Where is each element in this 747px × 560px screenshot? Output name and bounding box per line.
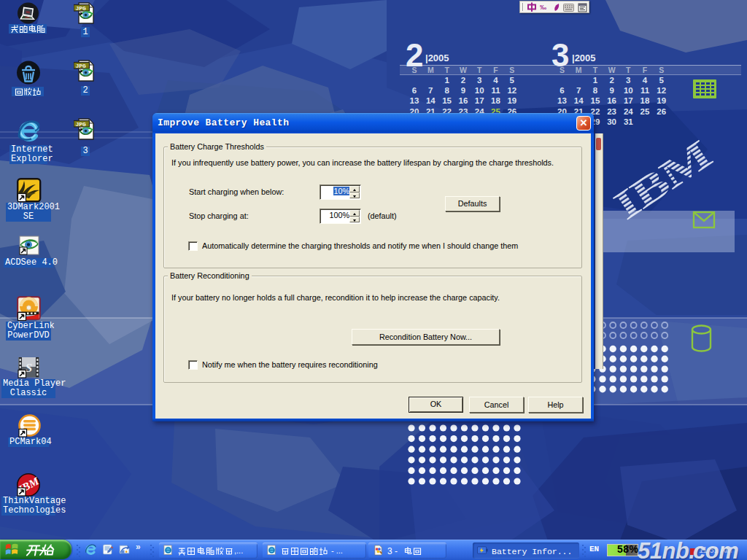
svg-text:10: 10 xyxy=(475,86,484,95)
svg-text:W: W xyxy=(460,66,467,74)
svg-text:13: 13 xyxy=(410,96,419,105)
svg-text:31: 31 xyxy=(624,117,633,126)
svg-text:11: 11 xyxy=(491,86,500,95)
svg-text:8: 8 xyxy=(593,86,598,95)
svg-text:6: 6 xyxy=(560,86,564,95)
svg-text:5: 5 xyxy=(659,76,664,85)
svg-text:15: 15 xyxy=(442,96,452,105)
svg-text:11: 11 xyxy=(640,86,650,95)
svg-text:18: 18 xyxy=(640,96,650,105)
svg-text:M: M xyxy=(427,66,434,74)
svg-text:2: 2 xyxy=(609,76,614,85)
svg-text:‰: ‰ xyxy=(540,4,546,11)
svg-text:13: 13 xyxy=(557,96,567,105)
svg-text:S: S xyxy=(411,66,417,74)
svg-text:25: 25 xyxy=(640,107,650,116)
svg-text:|2005: |2005 xyxy=(425,52,449,63)
svg-text:12: 12 xyxy=(507,86,516,95)
svg-text:16: 16 xyxy=(459,96,468,105)
svg-text:|2005: |2005 xyxy=(572,52,596,63)
svg-text:3: 3 xyxy=(626,76,630,85)
svg-text:6: 6 xyxy=(412,86,417,95)
svg-text:9: 9 xyxy=(461,86,465,95)
svg-text:30: 30 xyxy=(607,117,616,126)
svg-text:W: W xyxy=(608,66,616,74)
svg-text:18: 18 xyxy=(491,96,500,105)
svg-text:12: 12 xyxy=(657,86,666,95)
svg-text:4: 4 xyxy=(643,76,648,85)
svg-text:7: 7 xyxy=(428,86,433,95)
svg-text:3: 3 xyxy=(477,76,481,85)
svg-text:T: T xyxy=(477,66,482,74)
svg-text:7: 7 xyxy=(576,86,581,95)
svg-text:S: S xyxy=(659,66,664,74)
svg-text:1: 1 xyxy=(444,76,449,85)
svg-text:4: 4 xyxy=(493,76,498,85)
svg-text:2: 2 xyxy=(461,76,465,85)
svg-text:9: 9 xyxy=(609,86,614,95)
svg-text:T: T xyxy=(626,66,631,74)
svg-text:15: 15 xyxy=(591,96,600,105)
svg-text:S: S xyxy=(560,66,565,74)
svg-text:M: M xyxy=(576,66,582,74)
svg-text:16: 16 xyxy=(607,96,616,105)
svg-text:5: 5 xyxy=(510,76,515,85)
svg-text:10: 10 xyxy=(624,86,633,95)
svg-text:14: 14 xyxy=(426,96,436,105)
svg-text:S: S xyxy=(509,66,514,74)
svg-text:24: 24 xyxy=(624,107,633,116)
svg-text:17: 17 xyxy=(475,96,484,105)
svg-text:19: 19 xyxy=(657,96,666,105)
svg-text:8: 8 xyxy=(444,86,449,95)
svg-text:26: 26 xyxy=(657,107,666,116)
svg-text:F: F xyxy=(643,66,648,74)
svg-text:T: T xyxy=(444,66,449,74)
svg-text:17: 17 xyxy=(624,96,633,105)
svg-text:14: 14 xyxy=(574,96,584,105)
svg-text:1: 1 xyxy=(593,76,598,85)
svg-text:19: 19 xyxy=(507,96,516,105)
svg-text:T: T xyxy=(593,66,598,74)
svg-text:S: S xyxy=(26,361,32,375)
svg-text:23: 23 xyxy=(607,107,616,116)
svg-text:F: F xyxy=(493,66,498,74)
